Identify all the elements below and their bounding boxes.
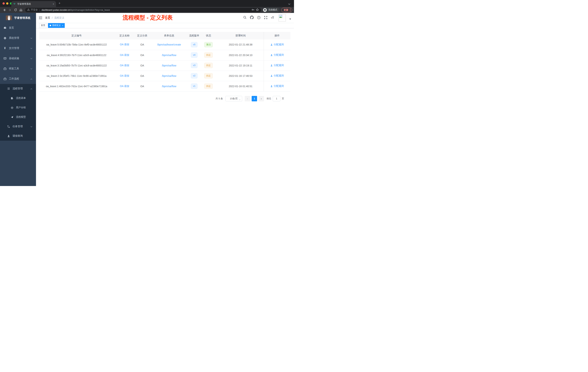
form-link[interactable]: /bpm/oa/flow [162, 85, 176, 88]
sidebar-item-infrastructure[interactable]: 基础设施 [0, 53, 36, 64]
tab-close-icon[interactable]: × [53, 2, 54, 5]
sidebar-item-task-management[interactable]: 任务管理 [0, 122, 36, 131]
svg-text:?: ? [258, 16, 259, 19]
form-link[interactable]: /bpm/oa/leave/create [157, 43, 181, 46]
incognito-icon [263, 8, 267, 12]
pager: ‹ 1 › [245, 96, 264, 101]
definition-name-link[interactable]: OA 请假 [120, 54, 129, 56]
help-icon[interactable]: ? [257, 16, 261, 20]
cell-definition-id: oa_leave:2:3c1f0ef1-76b1-11ec-9c66-a2380… [39, 71, 114, 81]
tab-search-chevron-icon[interactable] [288, 2, 290, 6]
sidebar-item-payment[interactable]: ¥ 支付管理 [0, 43, 36, 53]
sidebar-item-label: 用户分组 [16, 106, 32, 109]
form-link[interactable]: /bpm/oa/flow [162, 54, 176, 57]
font-size-icon[interactable]: TT [271, 16, 274, 20]
yen-icon: ¥ [3, 47, 7, 50]
status-badge: 挂起 [204, 52, 213, 58]
tag-home[interactable]: 首页 [39, 23, 47, 28]
cell-deploy-time: 2022-01-22 19:19:11 [218, 60, 264, 71]
close-window-button[interactable] [2, 2, 5, 5]
user-icon [270, 54, 273, 56]
version-badge: v1 [191, 84, 197, 89]
assign-rule-button[interactable]: 分配规则 [270, 85, 284, 88]
sidebar-item-home[interactable]: 首页 [0, 23, 36, 33]
definition-name-link[interactable]: OA 请假 [120, 74, 129, 77]
column-header-category: 定义分类 [135, 32, 149, 40]
security-warning-icon[interactable] [27, 9, 30, 11]
favicon-sprout-icon [13, 2, 16, 6]
cell-deploy-time: 2022-01-22 21:48:38 [218, 40, 264, 50]
github-icon[interactable] [250, 16, 254, 20]
avatar[interactable] [279, 14, 286, 22]
navbar-actions: ? TT [243, 14, 291, 22]
column-header-id: 定义编号 [39, 32, 114, 40]
fullscreen-icon[interactable] [264, 16, 267, 20]
tag-process-definition[interactable]: 流程定义 × [48, 23, 65, 28]
back-icon[interactable] [2, 8, 7, 12]
browser-tab[interactable]: 芋道管理系统 × [11, 1, 56, 7]
bookmark-star-icon[interactable] [256, 8, 259, 12]
update-label: 更新 [284, 8, 288, 12]
cell-definition-id: oa_leave:5:004b710b-7b8a-11ec-8ef0-acde4… [39, 40, 114, 50]
prev-page-button[interactable]: ‹ [245, 96, 250, 101]
cell-deploy-time: 2022-01-16 01:40:51 [218, 81, 264, 91]
assign-rule-button[interactable]: 分配规则 [270, 64, 284, 67]
table-row: oa_leave:2:3c1f0ef1-76b1-11ec-9c66-a2380… [39, 71, 290, 81]
password-key-icon[interactable] [252, 8, 254, 12]
sidebar-item-process-management[interactable]: 流程管理 [0, 84, 36, 93]
definition-name-link[interactable]: OA 请假 [120, 64, 129, 67]
sidebar-item-label: 请假查询 [12, 134, 32, 138]
url-divider: | [40, 9, 40, 11]
status-badge: 挂起 [204, 73, 213, 78]
breadcrumb-separator: / [52, 16, 52, 19]
goto-page-input[interactable] [273, 96, 280, 101]
monitor-icon [3, 57, 7, 60]
sidebar-item-user-group[interactable]: 用户分组 [0, 103, 36, 112]
new-tab-button[interactable]: + [59, 1, 61, 5]
chevron-down-icon [30, 37, 32, 40]
security-label[interactable]: 不安全 [31, 8, 38, 11]
browser-chrome: 芋道管理系统 × + 不安全 | dashboard.yudao.iocoder… [0, 0, 294, 13]
form-link[interactable]: /bpm/oa/flow [162, 64, 176, 67]
cell-deploy-time: 2022-01-16 17:46:53 [218, 71, 264, 81]
page-size-select[interactable]: 10条/页 [225, 96, 242, 101]
home-icon[interactable] [18, 8, 24, 12]
briefcase-icon [3, 77, 7, 80]
window-controls[interactable] [2, 2, 12, 5]
assign-rule-button[interactable]: 分配规则 [270, 53, 284, 57]
version-badge: v4 [191, 52, 197, 58]
sidebar-item-process-form[interactable]: 流程表单 [0, 93, 36, 103]
definition-table: 定义编号 定义名称 定义分类 表单信息 流程版本 状态 部署时间 操作 oa_l… [39, 32, 290, 92]
search-icon[interactable] [243, 16, 247, 20]
forward-icon[interactable] [7, 8, 13, 12]
sidebar-item-dev-tools[interactable]: 研发工具 [0, 64, 36, 74]
sidebar-item-workflow[interactable]: 工作流程 [0, 74, 36, 84]
address-bar[interactable]: 不安全 | dashboard.yudao.iocoder.cn/bpm/man… [25, 8, 261, 12]
reload-icon[interactable] [13, 8, 18, 11]
tag-close-icon[interactable]: × [62, 24, 63, 27]
column-header-deploy-time: 部署时间 [218, 32, 264, 40]
sidebar-item-process-model[interactable]: 流程模型 [0, 112, 36, 122]
sidebar-item-label: 流程表单 [16, 97, 32, 100]
pagination: 共 5 条 10条/页 ‹ 1 › 前往 页 [39, 96, 290, 101]
update-button[interactable]: 更新 [281, 8, 292, 12]
minimize-window-button[interactable] [6, 2, 8, 5]
sidebar-item-system[interactable]: 系统管理 [0, 33, 36, 43]
current-page-button[interactable]: 1 [252, 96, 257, 101]
browser-toolbar: 不安全 | dashboard.yudao.iocoder.cn/bpm/man… [0, 7, 294, 13]
breadcrumb-home[interactable]: 首页 [45, 16, 50, 20]
definition-name-link[interactable]: OA 请假 [120, 43, 129, 46]
sidebar-collapse-icon[interactable] [39, 16, 42, 19]
page-size-value: 10条/页 [230, 97, 238, 100]
sidebar-item-leave-query[interactable]: 请假查询 [0, 131, 36, 141]
definition-name-link[interactable]: OA 请假 [120, 85, 129, 88]
avatar-caret-down-icon[interactable] [289, 19, 291, 20]
assign-rule-button[interactable]: 分配规则 [270, 74, 284, 77]
next-page-button[interactable]: › [259, 96, 264, 101]
form-link[interactable]: /bpm/oa/flow [162, 75, 176, 77]
sidebar-item-label: 流程管理 [12, 87, 30, 90]
url-text[interactable]: dashboard.yudao.iocoder.cn/bpm/manager/d… [42, 9, 110, 11]
browser-menu-kebab-icon[interactable] [290, 9, 291, 11]
assign-rule-button[interactable]: 分配规则 [270, 43, 284, 46]
version-badge: v3 [191, 63, 197, 68]
